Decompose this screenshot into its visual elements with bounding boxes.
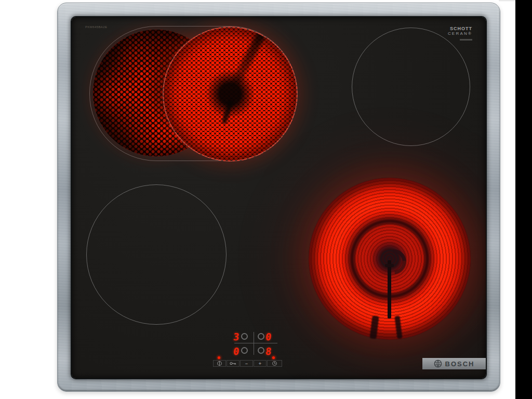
display-digit-front-right: 8 — [263, 345, 274, 355]
key-icon — [230, 361, 236, 366]
zone-select-circle-front-left — [241, 347, 248, 354]
zone-select-circle-back-right — [258, 333, 264, 340]
schott-ceran-logo: SCHOTT CERAN® — [448, 26, 472, 41]
timer-icon — [272, 361, 277, 366]
element-terminal-mark — [369, 315, 379, 339]
thermostat-rod-cap — [385, 264, 394, 267]
zone-back-left-inner-element-glowing — [163, 26, 298, 162]
right-black-bar — [515, 0, 532, 399]
zone-front-left-outline — [86, 184, 227, 325]
timer-indicator-led — [272, 356, 275, 359]
bosch-wordmark: BOSCH — [445, 360, 475, 368]
display-divider-horizontal — [234, 343, 277, 343]
zone-back-right-outline — [352, 28, 470, 146]
model-number-text: PKM645BA2E — [85, 25, 107, 29]
page-edge-line — [499, 1, 515, 1]
minus-button: − — [240, 360, 253, 367]
display-divider-vertical — [254, 332, 254, 355]
bosch-logo-band: BOSCH — [422, 358, 486, 369]
power-indicator-led — [218, 356, 220, 359]
page-background: PKM645BA2E SCHOTT CERAN® — [0, 0, 532, 399]
bosch-emblem-icon — [434, 360, 442, 368]
display-digit-back-right: 0 — [263, 331, 274, 340]
power-icon — [217, 361, 222, 366]
display-digit-back-left: 3 — [231, 331, 242, 340]
zone-select-circle-front-right — [258, 347, 264, 354]
schott-logo-subtext-smudge — [460, 39, 472, 41]
zone-select-circle-back-left — [241, 333, 248, 340]
schott-logo-line2: CERAN® — [448, 32, 472, 36]
plus-button: + — [254, 360, 267, 367]
zone-front-right-heating-element-glowing — [309, 178, 471, 340]
touch-control-row: − + — [213, 360, 283, 367]
steel-frame: PKM645BA2E SCHOTT CERAN® — [57, 3, 500, 392]
thermostat-rod-silhouette — [388, 260, 391, 318]
timer-button — [267, 360, 282, 367]
element-center-swirl — [376, 244, 411, 280]
ceramic-glass-surface: PKM645BA2E SCHOTT CERAN® — [72, 17, 486, 378]
element-terminal-mark — [394, 316, 402, 339]
display-digit-front-left: 0 — [231, 345, 242, 355]
power-button — [213, 360, 226, 367]
child-lock-button — [227, 360, 240, 367]
